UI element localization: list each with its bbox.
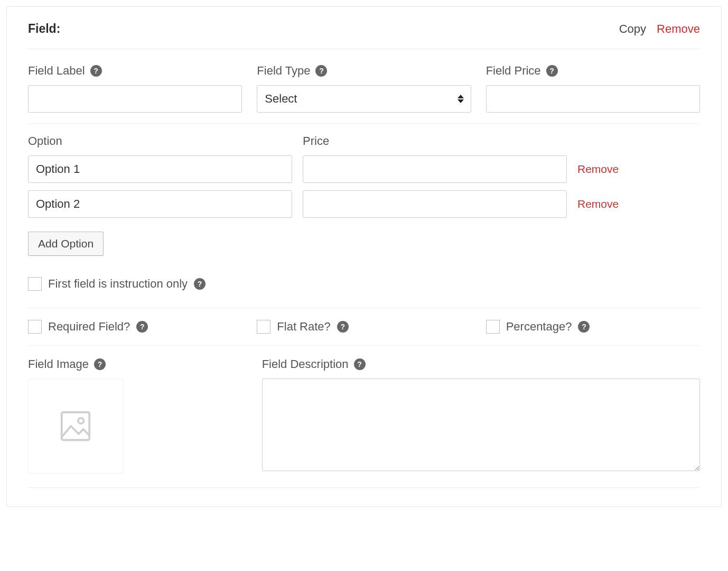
option-price-input[interactable]: [303, 155, 567, 183]
svg-rect-0: [62, 412, 90, 440]
remove-option-link[interactable]: Remove: [577, 198, 700, 210]
instruction-row: First field is instruction only ?: [28, 277, 700, 308]
flags-row: Required Field? ? Flat Rate? ? Percentag…: [28, 308, 700, 346]
field-price-group: Field Price ?: [486, 64, 700, 113]
instruction-check-line: First field is instruction only ?: [28, 277, 700, 291]
help-icon[interactable]: ?: [337, 321, 349, 333]
header-actions: Copy Remove: [619, 22, 700, 36]
flat-rate-checkbox[interactable]: [257, 320, 270, 334]
add-option-wrap: Add Option: [28, 232, 700, 256]
field-image-group: Field Image ?: [28, 357, 247, 474]
label-text: Field Price: [486, 64, 541, 78]
field-price-input[interactable]: [486, 85, 700, 113]
field-label-label: Field Label ?: [28, 64, 242, 78]
option-name-input[interactable]: [28, 155, 292, 183]
image-placeholder[interactable]: [28, 379, 123, 474]
bottom-row: Field Image ? Field Description ?: [28, 346, 700, 474]
instruction-label: First field is instruction only: [48, 277, 188, 291]
remove-option-link[interactable]: Remove: [577, 163, 700, 176]
label-text: Field Type: [257, 64, 310, 78]
instruction-checkbox[interactable]: [28, 277, 42, 291]
field-image-label: Field Image ?: [28, 357, 247, 371]
help-icon[interactable]: ?: [354, 358, 366, 370]
percentage-check-line: Percentage? ?: [486, 320, 700, 334]
field-label-input[interactable]: [28, 85, 242, 113]
help-icon[interactable]: ?: [315, 65, 327, 77]
field-label-group: Field Label ?: [28, 64, 242, 113]
percentage-label: Percentage?: [506, 320, 572, 334]
field-main-row: Field Label ? Field Type ? Field Price ?: [28, 64, 700, 124]
divider: [28, 487, 700, 488]
field-description-textarea[interactable]: [262, 379, 700, 471]
help-icon[interactable]: ?: [90, 65, 102, 77]
help-icon[interactable]: ?: [546, 65, 558, 77]
field-price-label: Field Price ?: [486, 64, 700, 78]
option-column-header: Option: [28, 134, 292, 148]
remove-field-link[interactable]: Remove: [657, 22, 700, 36]
help-icon[interactable]: ?: [578, 321, 590, 333]
options-table: Option Price Remove Remove: [28, 134, 700, 218]
percentage-checkbox[interactable]: [486, 320, 500, 334]
flat-rate-label: Flat Rate?: [277, 320, 331, 334]
field-description-group: Field Description ?: [262, 357, 700, 474]
copy-field-link[interactable]: Copy: [619, 22, 646, 36]
help-icon[interactable]: ?: [136, 321, 148, 333]
required-checkbox[interactable]: [28, 320, 42, 334]
svg-point-1: [78, 418, 84, 424]
option-price-input[interactable]: [303, 190, 567, 218]
price-column-header: Price: [303, 134, 567, 148]
image-icon: [57, 408, 94, 445]
label-text: Field Description: [262, 357, 349, 371]
field-type-select[interactable]: [257, 85, 471, 113]
help-icon[interactable]: ?: [94, 358, 106, 370]
option-name-input[interactable]: [28, 190, 292, 218]
required-check-line: Required Field? ?: [28, 320, 242, 334]
field-type-label: Field Type ?: [257, 64, 471, 78]
panel-header: Field: Copy Remove: [28, 22, 700, 49]
field-editor-panel: Field: Copy Remove Field Label ? Field T…: [6, 6, 722, 507]
required-label: Required Field?: [48, 320, 130, 334]
field-type-select-wrap: [257, 85, 471, 113]
field-type-group: Field Type ?: [257, 64, 471, 113]
label-text: Field Image: [28, 357, 89, 371]
label-text: Field Label: [28, 64, 85, 78]
add-option-button[interactable]: Add Option: [28, 232, 104, 256]
flat-rate-check-line: Flat Rate? ?: [257, 320, 471, 334]
help-icon[interactable]: ?: [194, 278, 206, 290]
field-description-label: Field Description ?: [262, 357, 700, 371]
panel-title: Field:: [28, 22, 60, 36]
